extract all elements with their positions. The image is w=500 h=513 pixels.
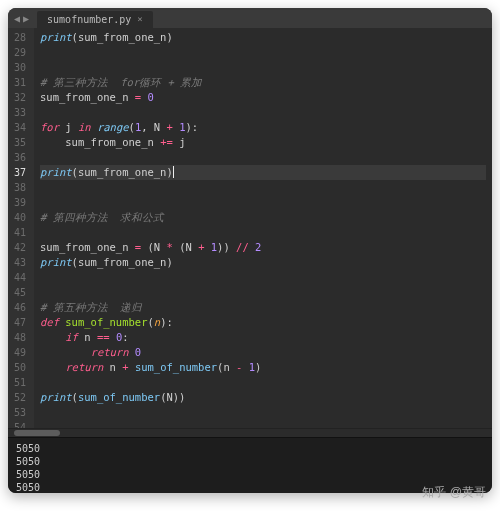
console-line: 5050 xyxy=(16,481,484,493)
console-line: 5050 xyxy=(16,468,484,481)
scroll-thumb[interactable] xyxy=(14,430,60,436)
nav-forward-icon[interactable]: ▶ xyxy=(23,13,29,24)
close-icon[interactable]: × xyxy=(137,14,142,24)
code-area[interactable]: print(sum_from_one_n) # 第三种方法 for循环 + 累加… xyxy=(34,28,492,428)
titlebar: ◀ ▶ sumofnumber.py × xyxy=(8,8,492,28)
horizontal-scrollbar[interactable] xyxy=(8,428,492,437)
nav-arrows: ◀ ▶ xyxy=(14,13,29,24)
tab-label: sumofnumber.py xyxy=(47,14,131,25)
console-output: 5050 5050 5050 5050 xyxy=(8,437,492,493)
console-line: 5050 xyxy=(16,442,484,455)
console-line: 5050 xyxy=(16,455,484,468)
editor-area: 2829303132333435363738394041424344454647… xyxy=(8,28,492,428)
watermark: 知乎 @黄哥 xyxy=(422,484,486,501)
nav-back-icon[interactable]: ◀ xyxy=(14,13,20,24)
file-tab[interactable]: sumofnumber.py × xyxy=(37,11,153,28)
editor-window: ◀ ▶ sumofnumber.py × 2829303132333435363… xyxy=(8,8,492,493)
cursor-icon xyxy=(173,166,174,178)
line-gutter: 2829303132333435363738394041424344454647… xyxy=(8,28,34,428)
